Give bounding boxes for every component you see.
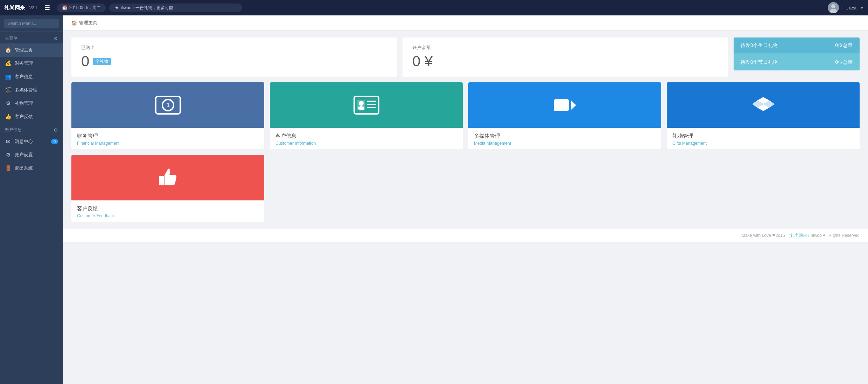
stats-holiday-count: 0位总量: [835, 59, 853, 66]
sidebar-item-messages[interactable]: ✉ 消息中心 0: [0, 135, 63, 148]
sidebar: 主菜单 ⚙ 🏠 管理主页 💰 财务管理 👥 客户信息 🎬 多媒体管理 ⚙ 礼物管…: [0, 15, 63, 384]
topbar-right: Hi, test ▼: [828, 2, 864, 13]
stats-sent-value-row: 0 个礼物: [81, 53, 387, 70]
customer-card-body: 客户信息 Customer Information: [270, 128, 463, 149]
stats-col-right: 待发0个生日礼物 0位总量 待发0个节日礼物 0位总量: [734, 37, 860, 77]
breadcrumb-text: 管理主页: [79, 20, 97, 26]
footer-brand: 礼尚网来: [790, 233, 807, 238]
sidebar-item-dashboard-label: 管理主页: [15, 47, 33, 53]
finance-card-title: 财务管理: [77, 133, 259, 139]
svg-text:1: 1: [166, 102, 169, 109]
stats-birthday-card: 待发0个生日礼物 0位总量: [734, 37, 860, 54]
messages-icon: ✉: [5, 138, 11, 145]
module-card-gifts[interactable]: 礼物管理 Gifts Management: [667, 82, 860, 149]
sidebar-item-logout[interactable]: 🚪 退出系统: [0, 162, 63, 175]
avatar: [828, 2, 839, 13]
main-layout: 主菜单 ⚙ 🏠 管理主页 💰 财务管理 👥 客户信息 🎬 多媒体管理 ⚙ 礼物管…: [0, 15, 868, 384]
user-dropdown-caret[interactable]: ▼: [860, 6, 864, 10]
customer-icon: 👥: [5, 74, 11, 80]
svg-point-12: [358, 106, 364, 110]
svg-point-1: [831, 4, 835, 8]
date-pill: 📅 2015-05-5，周二: [57, 4, 106, 12]
settings-icon: ⚙: [5, 152, 11, 158]
stats-balance-number: 0 ¥: [412, 53, 433, 70]
stats-birthday-count: 0位总量: [835, 42, 853, 49]
stats-row: 已送出 0 个礼物 账户余额 0 ¥ 待发0个生日礼物: [71, 37, 860, 77]
sidebar-item-finance[interactable]: 💰 财务管理: [0, 57, 63, 70]
notice-pill: ★ iliwoo：一份礼物，更多可能: [109, 4, 242, 12]
app-version: V2.1: [29, 6, 37, 10]
user-label: Hi, test: [842, 5, 856, 11]
stats-balance-value-row: 0 ¥: [412, 53, 718, 70]
sidebar-item-settings-label: 账户设置: [15, 152, 33, 158]
stats-holiday-label: 待发0个节日礼物: [741, 59, 778, 66]
sidebar-item-logout-label: 退出系统: [15, 165, 33, 171]
finance-icon: 💰: [5, 60, 11, 67]
sidebar-item-messages-label: 消息中心: [15, 138, 33, 145]
feedback-card-body: 客户反馈 Customer Feedback: [71, 200, 264, 222]
stats-holiday-card: 待发0个节日礼物 0位总量: [734, 54, 860, 70]
search-input[interactable]: [4, 19, 59, 28]
media-card-title: 多媒体管理: [474, 133, 656, 139]
main-section-header: 主菜单 ⚙: [0, 32, 63, 43]
feedback-card-subtitle: Customer Feedback: [77, 213, 259, 218]
sidebar-item-media-label: 多媒体管理: [15, 87, 37, 93]
media-card-body: 多媒体管理 Media Management: [468, 128, 661, 149]
footer: Make with Love ❤2015 （礼尚网来）iliwoo All Ri…: [63, 229, 868, 242]
svg-marker-14: [571, 101, 576, 110]
sidebar-item-feedback-label: 客户反馈: [15, 114, 33, 120]
media-icon: 🎬: [5, 87, 11, 93]
customer-card-title: 客户信息: [275, 133, 457, 139]
feedback-card-icon: [71, 155, 264, 200]
stats-card-sent: 已送出 0 个礼物: [71, 37, 397, 77]
sidebar-item-customer[interactable]: 👥 客户信息: [0, 70, 63, 83]
main-section-gear-icon[interactable]: ⚙: [54, 36, 58, 41]
module-card-feedback[interactable]: 客户反馈 Customer Feedback: [71, 155, 264, 222]
stats-sent-tag: 个礼物: [93, 58, 111, 65]
date-text: 2015-05-5，周二: [69, 5, 101, 11]
customer-card-subtitle: Customer Information: [275, 141, 457, 146]
sidebar-item-dashboard[interactable]: 🏠 管理主页: [0, 43, 63, 57]
media-card-icon: [468, 82, 661, 128]
gifts-card-title: 礼物管理: [672, 133, 854, 139]
gifts-card-body: 礼物管理 Gifts Management: [667, 128, 860, 149]
module-card-customer[interactable]: 客户信息 Customer Information: [270, 82, 463, 149]
breadcrumb: 🏠 管理主页: [63, 15, 868, 30]
svg-rect-13: [554, 99, 569, 111]
home-icon: 🏠: [5, 47, 11, 53]
gifts-card-subtitle: Gifts Management: [672, 141, 854, 146]
sidebar-item-gifts[interactable]: ⚙ 礼物管理: [0, 97, 63, 110]
star-icon: ★: [115, 5, 119, 10]
menu-toggle-button[interactable]: ☰: [42, 2, 52, 13]
feedback-card-title: 客户反馈: [77, 205, 259, 212]
app-name: 礼尚网来: [4, 5, 25, 11]
sidebar-item-settings[interactable]: ⚙ 账户设置: [0, 148, 63, 162]
topbar: 礼尚网来 V2.1 ☰ 📅 2015-05-5，周二 ★ iliwoo：一份礼物…: [0, 0, 868, 15]
calendar-icon: 📅: [62, 5, 67, 10]
dashboard-body: 已送出 0 个礼物 账户余额 0 ¥ 待发0个生日礼物: [63, 30, 868, 229]
notice-text: iliwoo：一份礼物，更多可能: [121, 5, 173, 11]
account-section-gear-icon[interactable]: ⚙: [54, 127, 58, 133]
stats-balance-label: 账户余额: [412, 44, 718, 51]
module-card-finance[interactable]: 1 财务管理 Financial Management: [71, 82, 264, 149]
messages-badge: 0: [51, 139, 58, 144]
footer-text: Make with Love ❤2015 （礼尚网来）iliwoo All Ri…: [742, 233, 860, 238]
stats-birthday-label: 待发0个生日礼物: [741, 42, 778, 49]
module-grid-row1: 1 财务管理 Financial Management: [71, 82, 860, 149]
sidebar-item-gifts-label: 礼物管理: [15, 100, 33, 107]
finance-card-icon: 1: [71, 82, 264, 128]
breadcrumb-home-icon: 🏠: [71, 20, 77, 26]
module-card-media[interactable]: 多媒体管理 Media Management: [468, 82, 661, 149]
finance-card-subtitle: Financial Management: [77, 141, 259, 146]
sidebar-search: [0, 15, 63, 32]
media-card-subtitle: Media Management: [474, 141, 656, 146]
customer-card-icon: [270, 82, 463, 128]
stats-card-balance: 账户余额 0 ¥: [402, 37, 728, 77]
stats-sent-number: 0: [81, 53, 89, 70]
module-grid-row2: 客户反馈 Customer Feedback: [71, 155, 860, 222]
svg-point-11: [359, 101, 364, 106]
sidebar-item-media[interactable]: 🎬 多媒体管理: [0, 83, 63, 97]
sidebar-item-feedback[interactable]: 👍 客户反馈: [0, 110, 63, 123]
stats-sent-label: 已送出: [81, 44, 387, 51]
sidebar-item-finance-label: 财务管理: [15, 60, 33, 67]
